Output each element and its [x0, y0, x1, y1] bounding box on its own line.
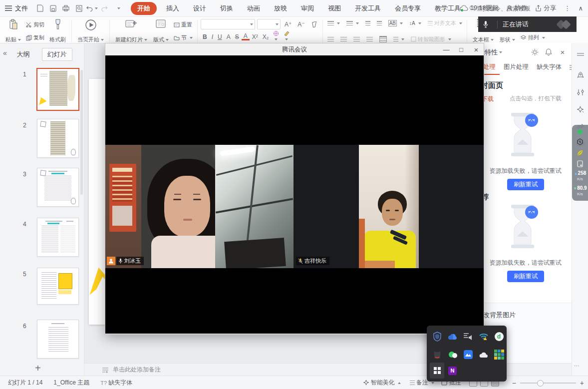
format-painter-button[interactable]: 格式刷: [47, 18, 68, 44]
arrange-button[interactable]: 排列: [519, 33, 547, 42]
text-effect-button[interactable]: [271, 30, 281, 43]
tab-transition[interactable]: 切换: [216, 2, 238, 15]
highlight-button[interactable]: [282, 30, 292, 43]
four-pane-app-icon[interactable]: [430, 363, 444, 379]
volume-mixer-icon[interactable]: [461, 329, 475, 345]
zoom-out-button[interactable]: −: [512, 379, 516, 387]
slide-thumbnail-3[interactable]: [37, 168, 79, 207]
tab-slideshow[interactable]: 放映: [270, 2, 292, 15]
slide-thumbnail-5[interactable]: [37, 268, 79, 305]
collab-button[interactable]: 协作: [506, 4, 527, 12]
reset-button[interactable]: 重置: [172, 20, 194, 29]
slide-thumbnail-4[interactable]: [37, 218, 79, 257]
network-warning-icon[interactable]: !: [476, 329, 491, 345]
add-slide-button[interactable]: +: [35, 363, 41, 374]
more-menu-button[interactable]: ⋮: [564, 4, 571, 12]
file-menu[interactable]: 文件: [5, 4, 28, 13]
cloud-update-status[interactable]: 19:18更新: [460, 4, 498, 12]
font-family-select[interactable]: [201, 19, 255, 29]
panel-scrollbar[interactable]: [80, 70, 83, 195]
italic-button[interactable]: I: [210, 33, 215, 40]
undo-icon[interactable]: [86, 3, 98, 14]
pixel-app-icon[interactable]: [492, 347, 506, 363]
tab-insert[interactable]: 插入: [162, 2, 184, 15]
copy-button[interactable]: 复制: [24, 33, 46, 42]
net-speed-widget[interactable]: ▲258K/s ▼80.9K/s: [572, 125, 588, 201]
zoom-slider[interactable]: [520, 383, 576, 384]
mountain-app-icon[interactable]: [461, 347, 475, 363]
clear-format-icon[interactable]: [309, 21, 319, 27]
green-dot-app-icon[interactable]: [445, 347, 460, 363]
adjust-sliders-icon[interactable]: [572, 86, 588, 99]
tab-outline[interactable]: 大纲: [12, 48, 35, 60]
collapse-ribbon-button[interactable]: ∧: [579, 4, 583, 12]
missing-font-status[interactable]: T? 缺失字体: [100, 379, 132, 387]
strikethrough-button[interactable]: S: [233, 33, 241, 40]
tab-devtools[interactable]: 开发工具: [350, 2, 385, 15]
decrease-indent-button[interactable]: [364, 20, 372, 26]
tab-animation[interactable]: 动画: [243, 2, 265, 15]
cat-app-icon[interactable]: [430, 347, 444, 363]
onenote-icon[interactable]: N: [445, 363, 460, 379]
align-right-button[interactable]: [352, 36, 361, 42]
letter-d-icon[interactable]: d: [492, 329, 506, 345]
subscript-button[interactable]: X₂: [261, 33, 271, 40]
retry-button[interactable]: 刷新重试: [507, 179, 544, 190]
align-center-button[interactable]: [339, 36, 348, 42]
minimize-button[interactable]: —: [439, 43, 454, 55]
new-file-icon[interactable]: [34, 3, 46, 14]
video-tile-liubingyu[interactable]: 刘冰玉: [105, 145, 294, 268]
increase-font-icon[interactable]: A⁺: [283, 21, 294, 28]
play-current-button[interactable]: 当页开始: [75, 18, 106, 44]
meeting-titlebar[interactable]: 腾讯会议 — □ ×: [105, 43, 484, 55]
distribute-button[interactable]: [378, 35, 388, 43]
bell-icon[interactable]: [543, 47, 554, 57]
superscript-button[interactable]: X²: [250, 33, 260, 40]
tab-home[interactable]: 开始: [131, 2, 157, 15]
slide-thumbnail-2[interactable]: [37, 119, 79, 158]
font-color-button[interactable]: A: [242, 33, 250, 40]
align-left-button[interactable]: [326, 36, 335, 42]
drag-handle-icon[interactable]: [572, 48, 588, 61]
gear-icon[interactable]: [529, 47, 540, 57]
increase-indent-button[interactable]: [375, 20, 383, 26]
theme-name[interactable]: 1_Office 主题: [53, 379, 89, 387]
rocket-icon[interactable]: [572, 69, 588, 82]
tab-design[interactable]: 设计: [189, 2, 211, 15]
bullet-list-button[interactable]: [326, 20, 341, 26]
char-shading-button[interactable]: A: [225, 33, 233, 40]
zoom-in-button[interactable]: +: [580, 379, 584, 387]
maximize-button[interactable]: □: [454, 43, 469, 55]
weather-cloud-icon[interactable]: [476, 347, 491, 363]
new-slide-button[interactable]: 新建幻灯片: [113, 18, 150, 44]
layout-button[interactable]: 版式: [151, 18, 171, 44]
tab-slides[interactable]: 幻灯片: [42, 48, 72, 61]
more-dots[interactable]: ⋯: [574, 363, 580, 369]
close-panel-icon[interactable]: ×: [557, 47, 568, 57]
bold-button[interactable]: B: [201, 33, 209, 40]
section-button[interactable]: 节: [172, 33, 194, 42]
slide-thumbnail-1[interactable]: [36, 68, 79, 111]
print-preview-icon[interactable]: [73, 3, 85, 14]
magic-wand-icon[interactable]: [572, 103, 588, 116]
panel-tab-image[interactable]: 图片处理: [504, 63, 529, 71]
slide-thumbnail-6[interactable]: [37, 320, 79, 359]
char-spacing-button[interactable]: ↕A: [408, 20, 423, 26]
close-button[interactable]: ×: [469, 43, 484, 55]
underline-button[interactable]: U: [216, 33, 224, 40]
redo-icon[interactable]: [99, 3, 111, 14]
more-caret-icon[interactable]: [112, 3, 124, 14]
tab-review[interactable]: 审阅: [296, 2, 318, 15]
retry-button-2[interactable]: 刷新重试: [507, 271, 544, 282]
numbered-list-button[interactable]: [345, 20, 360, 26]
decrease-font-icon[interactable]: A⁻: [295, 21, 306, 28]
share-button[interactable]: 分享: [535, 4, 556, 12]
justify-button[interactable]: [365, 36, 374, 42]
video-tile-jixiangkuaile[interactable]: 吉祥快乐: [294, 145, 484, 268]
tab-view[interactable]: 视图: [323, 2, 345, 15]
zoom-knob[interactable]: [537, 380, 544, 387]
panel-tab-font[interactable]: 缺失字体: [537, 63, 562, 71]
shield-icon[interactable]: [430, 329, 444, 345]
print-icon[interactable]: [60, 3, 72, 14]
tab-member[interactable]: 会员专享: [390, 2, 425, 15]
